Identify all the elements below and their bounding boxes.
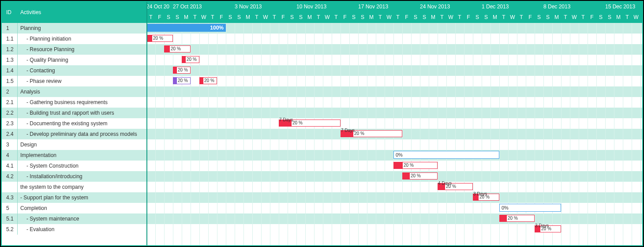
day-label: F bbox=[341, 14, 349, 23]
day-label: M bbox=[367, 14, 376, 23]
week-label: 24 Nov 2013 bbox=[420, 4, 450, 12]
gantt-bar[interactable]: 0% bbox=[499, 204, 561, 212]
row-timeline bbox=[146, 139, 642, 150]
day-label: F bbox=[464, 14, 473, 23]
gantt-row[interactable]: 1.3 - Quality Planning20 % bbox=[2, 55, 642, 65]
row-id: 5 bbox=[2, 203, 18, 213]
row-id: 1.4 bbox=[2, 65, 18, 76]
gantt-bar[interactable]: 20 % bbox=[182, 56, 199, 63]
gantt-body[interactable]: 1Planning100%1.1 - Planning initiation20… bbox=[2, 23, 642, 245]
row-id: 2.2 bbox=[2, 108, 18, 118]
gantt-row[interactable]: 4Implementation0% bbox=[2, 150, 642, 161]
gantt-row[interactable]: the system to the company20 %4 Days bbox=[2, 182, 642, 192]
day-label: S bbox=[173, 14, 182, 23]
row-activity: Analysis bbox=[18, 86, 146, 97]
day-label: T bbox=[561, 14, 570, 23]
gantt-row[interactable]: 2.3 - Documenting the existing system20 … bbox=[2, 118, 642, 129]
gantt-row[interactable]: 2.4 - Develop preliminary data and proce… bbox=[2, 129, 642, 139]
gantt-bar[interactable]: 20 %3 Days bbox=[535, 225, 561, 232]
row-activity: - System Construction bbox=[18, 161, 146, 171]
row-timeline: 20 % bbox=[146, 161, 642, 171]
gantt-row[interactable]: 1.5 - Phase review20 %20 % bbox=[2, 76, 642, 86]
day-label: T bbox=[623, 14, 632, 23]
row-id: 4.2 bbox=[2, 171, 18, 182]
day-label: W bbox=[446, 14, 455, 23]
gantt-bar[interactable]: 20 % bbox=[393, 162, 438, 169]
row-id: 2.1 bbox=[2, 97, 18, 108]
week-label: 3 Nov 2013 bbox=[235, 4, 262, 12]
week-label: 27 Oct 2013 bbox=[173, 4, 202, 12]
row-activity: - Develop preliminary data and process m… bbox=[18, 129, 146, 139]
gantt-bar[interactable]: 20 %7 Days bbox=[341, 130, 402, 137]
day-label: S bbox=[164, 14, 173, 23]
row-timeline: 20 % bbox=[146, 44, 642, 55]
gantt-row[interactable]: 5.2 - Evaluation20 %3 Days bbox=[2, 224, 642, 235]
day-label: W bbox=[323, 14, 332, 23]
row-activity: - Building trust and rapport with users bbox=[18, 108, 146, 118]
day-label: T bbox=[270, 14, 279, 23]
gantt-bar[interactable]: 20 % bbox=[199, 77, 217, 84]
row-activity: Implementation bbox=[18, 150, 146, 161]
row-id: 1.2 bbox=[2, 44, 18, 55]
row-id: 4.1 bbox=[2, 161, 18, 171]
gantt-bar[interactable]: 20 %7 Days bbox=[279, 120, 341, 127]
day-label: S bbox=[420, 14, 429, 23]
gantt-row[interactable]: 2Analysis bbox=[2, 86, 642, 97]
row-timeline: 100% bbox=[146, 23, 642, 34]
row-id bbox=[2, 182, 18, 192]
row-activity: the system to the company bbox=[18, 182, 146, 192]
day-label: T bbox=[393, 14, 402, 23]
bar-progress-label: 20 % bbox=[165, 46, 190, 52]
gantt-bar[interactable]: 100% bbox=[146, 24, 226, 32]
day-label: S bbox=[296, 14, 305, 23]
gantt-bar[interactable]: 20 % bbox=[402, 172, 438, 180]
row-id: 4 bbox=[2, 150, 18, 161]
gantt-row[interactable]: 1.1 - Planning initiation20 % bbox=[2, 34, 642, 44]
day-label: T bbox=[146, 14, 155, 23]
gantt-row[interactable]: 1.4 - Contacting20 % bbox=[2, 65, 642, 76]
row-activity: Completion bbox=[18, 203, 146, 213]
bar-duration-label: 7 Days bbox=[341, 125, 355, 136]
bar-progress-label: 20 % bbox=[403, 173, 437, 179]
gantt-bar[interactable]: 20 %4 Days bbox=[438, 183, 473, 190]
day-label: T bbox=[252, 14, 261, 23]
gantt-row[interactable]: 3Design bbox=[2, 139, 642, 150]
day-label: M bbox=[305, 14, 314, 23]
gantt-row[interactable]: 1.2 - Resource Planning20 % bbox=[2, 44, 642, 55]
gantt-bar[interactable]: 20 % bbox=[173, 77, 191, 84]
row-activity: - Phase review bbox=[18, 76, 146, 86]
gantt-row[interactable]: 2.2 - Building trust and rapport with us… bbox=[2, 108, 642, 118]
gantt-bar[interactable]: 20 %3 Days bbox=[473, 194, 499, 201]
day-label: F bbox=[155, 14, 164, 23]
gantt-row[interactable]: 2.1 - Gathering business requirements bbox=[2, 97, 642, 108]
gantt-bar[interactable]: 0% bbox=[393, 151, 499, 159]
timeline-header: 24 Oct 2027 Oct 20133 Nov 201310 Nov 201… bbox=[146, 2, 642, 23]
bar-duration-label: 3 Days bbox=[473, 189, 487, 199]
day-label: T bbox=[517, 14, 526, 23]
gantt-row[interactable]: 5Completion0% bbox=[2, 203, 642, 213]
row-activity: - System maintenance bbox=[18, 213, 146, 224]
row-timeline: 20 %7 Days bbox=[146, 118, 642, 129]
gantt-row[interactable]: 4.3 - Support plan for the system20 %3 D… bbox=[2, 192, 642, 203]
day-label: M bbox=[429, 14, 438, 23]
row-activity: - Gathering business requirements bbox=[18, 97, 146, 108]
gantt-bar[interactable]: 20 % bbox=[173, 67, 191, 74]
day-label: F bbox=[526, 14, 535, 23]
day-label: S bbox=[288, 14, 296, 23]
day-label: T bbox=[314, 14, 323, 23]
gantt-bar[interactable]: 20 % bbox=[499, 215, 535, 222]
week-label: 15 Dec 2013 bbox=[605, 4, 635, 12]
gantt-row[interactable]: 4.1 - System Construction20 % bbox=[2, 161, 642, 171]
bar-progress-label: 20 % bbox=[147, 35, 172, 41]
header-id: ID bbox=[2, 2, 18, 23]
gantt-bar[interactable]: 20 % bbox=[146, 35, 173, 42]
bar-progress-label: 20 % bbox=[182, 56, 199, 63]
day-label: S bbox=[411, 14, 420, 23]
bar-progress-label: 0% bbox=[394, 151, 499, 158]
row-id: 2.3 bbox=[2, 118, 18, 129]
day-label: F bbox=[217, 14, 226, 23]
gantt-bar[interactable]: 20 % bbox=[164, 45, 191, 52]
day-label: T bbox=[438, 14, 446, 23]
gantt-row[interactable]: 1Planning100% bbox=[2, 23, 642, 34]
gantt-row[interactable]: 4.2 - Installation/introducing20 % bbox=[2, 171, 642, 182]
